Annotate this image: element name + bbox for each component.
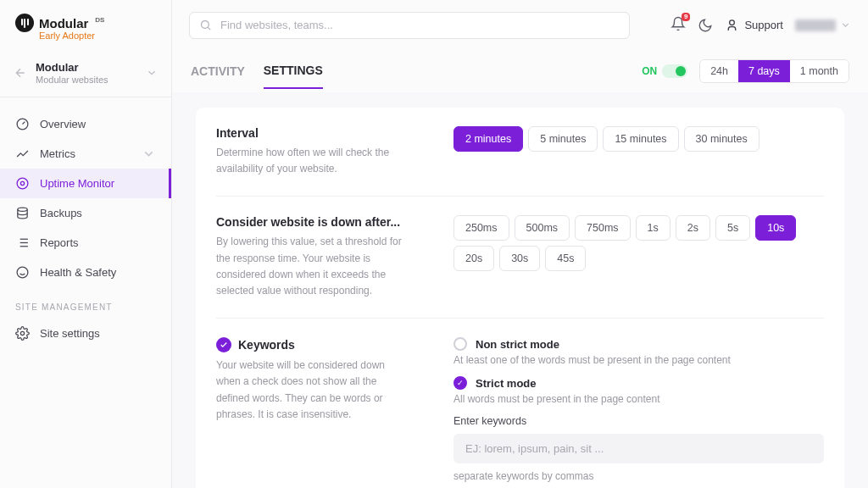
theme-toggle[interactable] [698, 18, 713, 33]
list-icon [15, 236, 30, 250]
user-menu[interactable] [795, 19, 851, 31]
search-icon [199, 19, 212, 31]
logo-area: ModularDS Early Adopter [0, 0, 171, 49]
down-opt-1s[interactable]: 1s [636, 215, 670, 241]
strict-desc: All words must be present in the page co… [453, 393, 824, 405]
smile-icon [15, 265, 30, 280]
logo-icon [15, 14, 34, 32]
search-input[interactable] [189, 12, 630, 39]
interval-opt-15min[interactable]: 15 minutes [603, 126, 678, 152]
down-after-title: Consider website is down after... [216, 215, 411, 229]
nav-site-settings[interactable]: Site settings [0, 319, 171, 348]
chevron-down-icon [146, 67, 158, 79]
svg-point-1 [17, 178, 28, 189]
database-icon [15, 206, 30, 220]
support-link[interactable]: Support [725, 18, 783, 32]
nav-uptime-monitor[interactable]: Uptime Monitor [0, 169, 171, 198]
down-opt-5s[interactable]: 5s [715, 215, 750, 241]
user-name-blurred [795, 19, 836, 31]
toggle-label: ON [642, 65, 657, 77]
site-name: Modular [36, 61, 137, 74]
radio-checked-icon [453, 376, 467, 390]
chart-icon [15, 147, 30, 161]
setting-keywords: Keywords Your website will be considered… [216, 319, 824, 488]
tab-activity[interactable]: ACTIVITY [191, 54, 245, 88]
keywords-title: Keywords [238, 338, 295, 352]
down-after-desc: By lowering this value, set a threshold … [216, 234, 411, 299]
user-icon [725, 18, 739, 32]
svg-point-3 [18, 208, 27, 211]
chevron-down-icon [840, 19, 851, 30]
back-arrow-icon [14, 66, 27, 80]
range-1month[interactable]: 1 month [790, 60, 849, 82]
time-range-segment: 24h 7 days 1 month [699, 59, 849, 83]
nav-overview[interactable]: Overview [0, 109, 171, 139]
site-selector[interactable]: Modular Modular websites [0, 49, 171, 97]
tab-settings[interactable]: SETTINGS [264, 53, 323, 89]
range-7days[interactable]: 7 days [738, 60, 790, 82]
svg-point-14 [202, 20, 209, 28]
down-opt-45s[interactable]: 45s [545, 246, 586, 271]
brand-name: Modular [39, 16, 88, 30]
interval-opt-5min[interactable]: 5 minutes [528, 126, 598, 152]
keywords-input[interactable] [453, 434, 824, 463]
keywords-desc: Your website will be considered down whe… [216, 358, 411, 423]
down-opt-250ms[interactable]: 250ms [453, 215, 509, 241]
down-opt-500ms[interactable]: 500ms [515, 215, 570, 241]
notifications-button[interactable]: 9 [670, 16, 686, 35]
notification-badge: 9 [682, 13, 690, 21]
site-subtitle: Modular websites [36, 75, 137, 85]
down-opt-750ms[interactable]: 750ms [575, 215, 631, 241]
down-opt-30s[interactable]: 30s [499, 246, 540, 271]
brand-suffix: DS [95, 16, 104, 24]
interval-opt-30min[interactable]: 30 minutes [684, 126, 760, 152]
nav-backups[interactable]: Backups [0, 198, 171, 228]
nav-health-safety[interactable]: Health & Safety [0, 258, 171, 287]
down-opt-2s[interactable]: 2s [676, 215, 710, 241]
down-opt-20s[interactable]: 20s [453, 246, 494, 271]
keywords-input-label: Enter keywords [453, 415, 824, 427]
monitor-toggle[interactable]: ON [642, 64, 687, 78]
chevron-down-icon [142, 147, 156, 161]
gauge-icon [15, 117, 30, 131]
check-circle-icon [216, 337, 231, 352]
interval-title: Interval [216, 126, 411, 140]
svg-line-15 [208, 27, 210, 30]
svg-point-13 [20, 331, 24, 335]
setting-interval: Interval Determine how often we will che… [216, 108, 824, 197]
setting-down-after: Consider website is down after... By low… [216, 197, 824, 319]
down-opt-10s[interactable]: 10s [755, 215, 796, 241]
svg-point-10 [17, 267, 28, 278]
nav-metrics[interactable]: Metrics [0, 139, 171, 169]
interval-desc: Determine how often we will check the av… [216, 145, 411, 177]
radio-unchecked-icon [453, 337, 467, 351]
interval-opt-2min[interactable]: 2 minutes [453, 126, 523, 152]
svg-point-16 [730, 20, 735, 25]
keywords-hint: separate keywords by commas [453, 470, 824, 482]
nav-section-label: SITE MANAGEMENT [0, 287, 171, 319]
non-strict-desc: At least one of the words must be presen… [453, 354, 824, 366]
nav-reports[interactable]: Reports [0, 228, 171, 258]
gear-icon [15, 326, 30, 341]
range-24h[interactable]: 24h [700, 60, 738, 82]
brand-tagline: Early Adopter [39, 30, 156, 41]
svg-point-2 [20, 181, 24, 185]
uptime-icon [15, 176, 30, 191]
mode-non-strict[interactable]: Non strict mode [453, 337, 824, 351]
mode-strict[interactable]: Strict mode [453, 376, 824, 390]
